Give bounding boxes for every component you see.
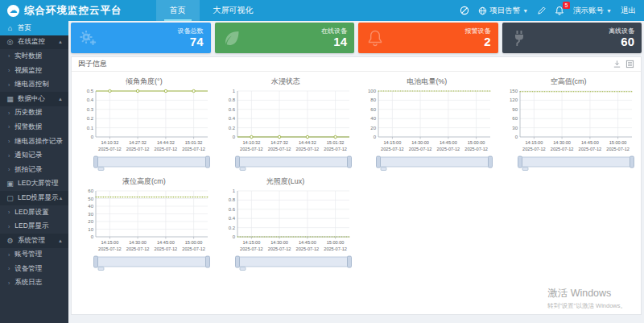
nav-menus: 首页大屏可视化 bbox=[156, 0, 267, 21]
sidebar-item-led-display[interactable]: ›LED屏显示 bbox=[0, 219, 68, 234]
datazoom-slider[interactable] bbox=[235, 156, 351, 171]
svg-text:2025-07-12: 2025-07-12 bbox=[437, 147, 460, 151]
chevron-right-icon: › bbox=[8, 68, 10, 73]
data-point bbox=[334, 135, 336, 138]
svg-text:150: 150 bbox=[510, 89, 518, 93]
factor-info-panel: 因子信息 倾角角度(°)00.10.20.30.40.514:10:322025… bbox=[71, 56, 642, 315]
chevron-right-icon: › bbox=[8, 167, 10, 172]
edit-pen-icon[interactable] bbox=[537, 6, 546, 15]
chart-6: 光照度(Lux)00.20.40.60.8114:15:002025-07-12… bbox=[215, 174, 357, 271]
sidebar-item-device-mgmt[interactable]: ›设备管理 bbox=[0, 262, 68, 276]
chart-title: 倾角角度(°) bbox=[126, 77, 163, 87]
svg-text:0: 0 bbox=[232, 135, 235, 139]
sidebar-item-led-setting[interactable]: ›LED屏设置 bbox=[0, 205, 68, 220]
home-icon: ⌂ bbox=[6, 24, 14, 32]
svg-text:1: 1 bbox=[232, 188, 235, 193]
notifications-icon[interactable]: 5 bbox=[555, 6, 564, 15]
sidebar-item-system-log[interactable]: ›系统日志 bbox=[0, 276, 68, 291]
sidebar-item-relay-control[interactable]: ›继电器控制 bbox=[0, 77, 68, 92]
plug-icon bbox=[510, 28, 529, 48]
chevron-down-icon: ▼ bbox=[606, 8, 612, 14]
svg-text:14:15:00: 14:15:00 bbox=[526, 140, 543, 145]
chevron-right-icon: › bbox=[8, 53, 10, 59]
notification-badge: 5 bbox=[563, 2, 570, 9]
svg-text:15:00:00: 15:00:00 bbox=[326, 240, 344, 245]
svg-text:0.8: 0.8 bbox=[228, 97, 235, 102]
sidebar-item-label: 系统管理 bbox=[18, 236, 45, 246]
chevron-right-icon: › bbox=[8, 82, 10, 88]
sidebar-item-label: 在线监控 bbox=[18, 37, 45, 47]
datazoom-slider[interactable] bbox=[93, 156, 209, 171]
app-window: ☁ 综合环境监控云平台 首页大屏可视化 项目告警 ▼ 5 演示账号 ▼ bbox=[0, 0, 644, 323]
sidebar-item-video-monitor[interactable]: ›视频监控 bbox=[0, 64, 68, 78]
datazoom-handle-left bbox=[93, 256, 97, 267]
nav-menu-home[interactable]: 首页 bbox=[156, 0, 200, 21]
sidebar-item-notify-log[interactable]: ›通知记录 bbox=[0, 148, 68, 163]
datazoom-handle-left bbox=[93, 156, 97, 168]
svg-text:0.2: 0.2 bbox=[228, 226, 235, 230]
datazoom-slider[interactable] bbox=[235, 256, 351, 271]
svg-text:0: 0 bbox=[374, 135, 377, 139]
stat-card-text: 离线设备60 bbox=[609, 27, 634, 48]
datazoom-grip bbox=[98, 267, 104, 271]
svg-text:14:45:00: 14:45:00 bbox=[581, 140, 599, 145]
svg-text:14:44:32: 14:44:32 bbox=[299, 140, 316, 145]
sidebar-item-label: 报警数据 bbox=[14, 122, 42, 132]
sidebar-item-realtime-data[interactable]: ›实时数据 bbox=[0, 49, 68, 64]
svg-text:60: 60 bbox=[371, 107, 377, 112]
sidebar-item-history-data[interactable]: ›历史数据 bbox=[0, 106, 68, 121]
svg-text:14:30:00: 14:30:00 bbox=[270, 240, 288, 245]
svg-text:14:30:00: 14:30:00 bbox=[412, 140, 430, 145]
svg-text:60: 60 bbox=[512, 116, 518, 121]
panel-tools bbox=[613, 60, 634, 68]
svg-text:0: 0 bbox=[232, 234, 235, 239]
sidebar-item-alarm-data[interactable]: ›报警数据 bbox=[0, 120, 68, 135]
svg-text:2025-07-12: 2025-07-12 bbox=[324, 147, 347, 151]
svg-text:15:00:00: 15:00:00 bbox=[468, 140, 485, 145]
chart-4: 空高值(cm)030609012015014:15:002025-07-1214… bbox=[497, 74, 639, 171]
nav-menu-bigscreen[interactable]: 大屏可视化 bbox=[200, 0, 267, 21]
sidebar-item-relay-op-log[interactable]: ›继电器操作记录 bbox=[0, 135, 68, 149]
globe-icon bbox=[478, 6, 487, 15]
dataview-icon[interactable] bbox=[625, 60, 634, 68]
datazoom-handle-left bbox=[235, 256, 239, 267]
sidebar-item-online-monitor[interactable]: ◎在线监控▲ bbox=[0, 35, 68, 50]
svg-text:14:15:00: 14:15:00 bbox=[242, 240, 260, 245]
svg-text:2025-07-12: 2025-07-12 bbox=[154, 246, 177, 251]
datazoom-slider[interactable] bbox=[377, 156, 493, 171]
charts-grid: 倾角角度(°)00.10.20.30.40.514:10:322025-07-1… bbox=[72, 72, 641, 273]
svg-text:0.1: 0.1 bbox=[87, 126, 94, 130]
svg-text:14:10:32: 14:10:32 bbox=[101, 140, 118, 145]
chevron-right-icon: › bbox=[8, 252, 10, 258]
sidebar-item-system-mgmt[interactable]: ⚙系统管理▲ bbox=[0, 234, 68, 248]
sidebar-item-led-cast[interactable]: ▢LED投屏显示▲ bbox=[0, 191, 68, 205]
circle-slash-icon[interactable] bbox=[460, 6, 469, 15]
stat-card-text: 报警设备2 bbox=[465, 27, 491, 48]
sidebar-item-led-screen-mgmt[interactable]: ▣LED大屏管理 bbox=[0, 177, 68, 192]
svg-text:2025-07-12: 2025-07-12 bbox=[98, 246, 122, 251]
panel-title: 因子信息 bbox=[78, 59, 107, 69]
sidebar-item-data-center[interactable]: ▦数据中心▲ bbox=[0, 92, 68, 106]
chart-title: 液位高度(cm) bbox=[122, 176, 166, 187]
account-dropdown[interactable]: 演示账号 ▼ bbox=[573, 6, 612, 16]
sidebar-item-snapshot-log[interactable]: ›抓拍记录 bbox=[0, 163, 68, 177]
svg-text:2025-07-12: 2025-07-12 bbox=[182, 147, 205, 151]
svg-text:2025-07-12: 2025-07-12 bbox=[240, 147, 263, 151]
stat-card-device-total: 设备总数74 bbox=[71, 23, 211, 53]
svg-text:2025-07-12: 2025-07-12 bbox=[182, 246, 205, 251]
datazoom-slider[interactable] bbox=[518, 156, 634, 171]
chart-canvas: 00.10.20.30.40.514:10:322025-07-1214:27:… bbox=[75, 87, 213, 171]
app-title: 综合环境监控云平台 bbox=[24, 4, 122, 18]
svg-text:0: 0 bbox=[91, 135, 94, 139]
datazoom-slider[interactable] bbox=[93, 256, 209, 271]
chevron-right-icon: › bbox=[8, 224, 10, 230]
sidebar-item-home[interactable]: ⌂首页 bbox=[0, 21, 68, 35]
svg-text:15:00:00: 15:00:00 bbox=[609, 140, 627, 145]
project-alarm-dropdown[interactable]: 项目告警 ▼ bbox=[478, 6, 528, 16]
download-icon[interactable] bbox=[613, 60, 621, 68]
sidebar-item-account-mgmt[interactable]: ›账号管理 bbox=[0, 248, 68, 263]
svg-text:0.4: 0.4 bbox=[87, 97, 94, 102]
svg-text:0.2: 0.2 bbox=[87, 116, 94, 121]
stat-cards-row: 设备总数74在线设备14报警设备2离线设备60 bbox=[71, 23, 642, 53]
logout-button[interactable]: 退出 bbox=[621, 6, 636, 16]
